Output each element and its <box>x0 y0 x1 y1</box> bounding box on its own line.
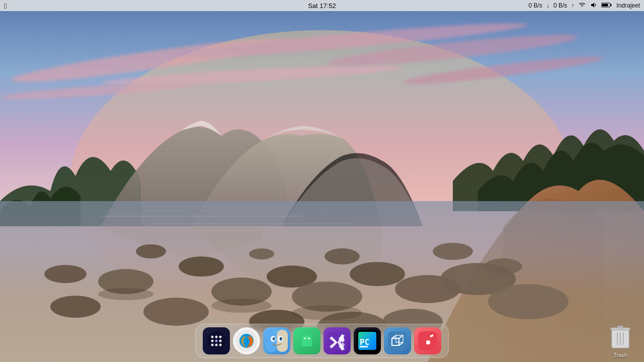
svg-point-45 <box>215 340 218 342</box>
svg-point-56 <box>273 337 275 341</box>
menubar-center: Sat 17:52 <box>308 2 336 10</box>
trash-label: Trash <box>613 352 627 358</box>
dock: PC <box>195 324 449 358</box>
menubar-left:  <box>4 2 7 10</box>
svg-rect-38 <box>611 4 612 6</box>
svg-point-48 <box>215 344 218 346</box>
menubar:  Sat 17:52 0 B/s ↓ 0 B/s ↑ <box>0 0 644 11</box>
svg-point-59 <box>280 337 282 341</box>
svg-point-57 <box>274 338 275 339</box>
dock-item-visual-studio[interactable] <box>324 327 351 354</box>
network-down-arrow-icon: ↓ <box>546 2 549 9</box>
dock-item-rocket[interactable] <box>203 327 230 354</box>
svg-text:PC: PC <box>360 337 369 347</box>
svg-point-60 <box>281 338 282 339</box>
apple-logo-icon[interactable]:  <box>4 2 7 10</box>
dock-item-firefox[interactable] <box>233 327 260 354</box>
svg-point-82 <box>426 340 430 344</box>
menubar-right: 0 B/s ↓ 0 B/s ↑ <box>529 2 640 10</box>
svg-point-41 <box>211 336 214 338</box>
dock-item-music[interactable] <box>414 327 441 354</box>
volume-icon[interactable] <box>590 2 597 10</box>
dock-item-3d[interactable] <box>384 327 411 354</box>
network-up-value: 0 B/s <box>553 2 567 9</box>
trash-container[interactable]: Trash <box>607 324 634 358</box>
datetime-display: Sat 17:52 <box>308 2 336 10</box>
svg-point-43 <box>219 336 222 338</box>
trash-icon <box>607 324 634 351</box>
username-display[interactable]: Indrajeet <box>616 2 640 9</box>
wifi-icon[interactable] <box>578 2 586 10</box>
svg-point-47 <box>211 344 214 346</box>
svg-point-65 <box>308 337 310 339</box>
svg-rect-39 <box>602 4 608 6</box>
dock-item-finder[interactable] <box>263 327 290 354</box>
dock-item-pycharm[interactable]: PC <box>354 327 381 354</box>
svg-point-42 <box>215 336 218 338</box>
svg-point-44 <box>211 340 214 342</box>
svg-rect-74 <box>360 346 368 347</box>
svg-point-68 <box>302 333 303 334</box>
svg-rect-75 <box>388 331 407 350</box>
dock-item-android-studio[interactable] <box>293 327 320 354</box>
battery-icon[interactable] <box>601 2 612 10</box>
svg-point-63 <box>302 335 312 343</box>
network-up-arrow-icon: ↑ <box>571 2 574 9</box>
svg-point-49 <box>219 344 222 346</box>
desktop:  Sat 17:52 0 B/s ↓ 0 B/s ↑ <box>0 0 644 362</box>
svg-point-64 <box>304 337 306 339</box>
svg-point-46 <box>219 340 222 342</box>
svg-point-69 <box>310 333 311 334</box>
svg-rect-88 <box>617 326 623 328</box>
network-down-value: 0 B/s <box>529 2 542 9</box>
